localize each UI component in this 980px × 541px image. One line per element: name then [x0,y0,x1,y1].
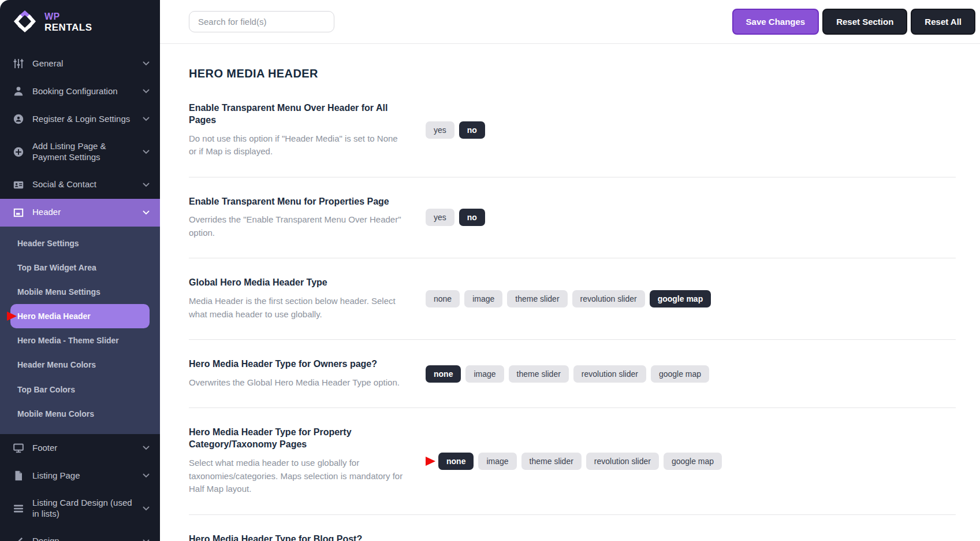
sidebar-item-listing-page[interactable]: Listing Page [0,462,160,490]
option-google-map[interactable]: google map [651,365,709,383]
setting-options: yesno [426,209,485,226]
reset-section-button[interactable]: Reset Section [822,9,907,35]
setting-description: Select what media header to use globally… [189,457,404,496]
chevron-down-icon [143,446,150,450]
option-none[interactable]: none [438,453,474,470]
topbar: Save Changes Reset Section Reset All [160,0,980,44]
sidebar-item-design[interactable]: Design [0,528,160,541]
sidebar-item-label: Add Listing Page & Payment Settings [32,141,135,163]
person-icon [13,86,24,97]
sidebar-item-general[interactable]: General [0,50,160,77]
submenu-item-top-bar-widget-area[interactable]: Top Bar Widget Area [0,255,160,280]
setting-description: Do not use this option if "Header Media"… [189,132,404,158]
setting-options: noneimagetheme sliderrevolution slidergo… [426,365,709,383]
sidebar-nav: GeneralBooking ConfigurationRegister & L… [0,50,160,541]
window-icon [13,207,24,218]
setting-row-global-hero-media-header-type: Global Hero Media Header TypeMedia Heade… [189,258,956,340]
option-no[interactable]: no [459,121,485,139]
submenu-item-label: Header Menu Colors [17,360,96,369]
submenu-item-mobile-menu-settings[interactable]: Mobile Menu Settings [0,280,160,304]
setting-row-hero-media-header-type-for-property-category-taxonomy-pages: Hero Media Header Type for Property Cate… [189,408,956,514]
brand-name: WP RENTALS [44,11,92,34]
setting-row-hero-media-header-type-for-owners-page: Hero Media Header Type for Owners page?O… [189,340,956,408]
users-circle-icon [13,113,24,125]
save-changes-button[interactable]: Save Changes [732,9,819,35]
setting-options: noneimagetheme sliderrevolution slidergo… [426,290,711,307]
sidebar-item-label: Booking Configuration [32,86,135,97]
option-revolution-slider[interactable]: revolution slider [573,365,646,383]
sidebar-item-header[interactable]: Header [0,199,160,227]
sidebar-item-label: Footer [32,443,135,454]
sidebar-item-social-contact[interactable]: Social & Contact [0,171,160,199]
cursor-arrow [7,312,17,321]
chevron-down-icon [143,210,150,215]
sidebar-item-label: Social & Contact [32,179,135,190]
sidebar-item-add-listing-page-payment-settings[interactable]: Add Listing Page & Payment Settings [0,133,160,171]
page-title: HERO MEDIA HEADER [189,67,954,80]
brand-logo: WP RENTALS [0,0,160,50]
option-revolution-slider[interactable]: revolution slider [572,290,645,307]
option-none[interactable]: none [426,365,461,383]
option-image[interactable]: image [465,365,504,383]
setting-description: Overrides the "Enable Transparent Menu O… [189,213,404,239]
setting-title: Enable Transparent Menu Over Header for … [189,102,404,127]
sidebar-item-booking-configuration[interactable]: Booking Configuration [0,77,160,105]
sidebar-item-label: Listing Card Design (used in lists) [32,498,135,520]
option-no[interactable]: no [459,209,485,226]
submenu-item-label: Header Settings [17,239,79,248]
plus-circle-icon [13,146,24,158]
option-google-map[interactable]: google map [650,290,711,307]
option-image[interactable]: image [478,453,516,470]
setting-text: Hero Media Header Type for Blog Post?Sel… [189,533,404,541]
option-revolution-slider[interactable]: revolution slider [586,453,659,470]
submenu-item-header-menu-colors[interactable]: Header Menu Colors [0,353,160,377]
setting-options: noneimagetheme sliderrevolution slidergo… [426,453,722,470]
submenu-item-hero-media-theme-slider[interactable]: Hero Media - Theme Slider [0,328,160,353]
option-theme-slider[interactable]: theme slider [521,453,582,470]
option-yes[interactable]: yes [426,121,454,139]
option-image[interactable]: image [464,290,502,307]
setting-text: Hero Media Header Type for Owners page?O… [189,358,404,389]
setting-description: Overwrites the Global Hero Media Header … [189,376,404,390]
sidebar-item-footer[interactable]: Footer [0,434,160,462]
chevron-down-icon [143,150,150,154]
option-yes[interactable]: yes [426,209,454,226]
submenu-item-header-settings[interactable]: Header Settings [0,231,160,255]
option-theme-slider[interactable]: theme slider [507,290,567,307]
reset-all-button[interactable]: Reset All [911,9,975,35]
search-input[interactable] [189,11,334,32]
submenu-item-label: Mobile Menu Colors [17,409,94,418]
chevron-down-icon [143,183,150,187]
pen-icon [13,536,24,541]
sidebar-item-register-login-settings[interactable]: Register & Login Settings [0,105,160,133]
brand-rentals: RENTALS [44,22,92,34]
submenu-item-mobile-menu-colors[interactable]: Mobile Menu Colors [0,402,160,426]
setting-row-enable-transparent-menu-over-header-for-all-pages: Enable Transparent Menu Over Header for … [189,84,956,177]
option-google-map[interactable]: google map [664,453,722,470]
option-theme-slider[interactable]: theme slider [509,365,569,383]
cursor-arrow [426,457,435,466]
app-window: WP RENTALS GeneralBooking ConfigurationR… [0,0,980,541]
monitor-icon [13,442,24,454]
settings-content: HERO MEDIA HEADER Enable Transparent Men… [160,44,980,541]
sidebar-item-label: Listing Page [32,470,135,481]
option-none[interactable]: none [426,290,460,307]
chevron-down-icon [143,539,150,541]
submenu-item-hero-media-header[interactable]: Hero Media Header [10,304,150,328]
submenu-item-label: Mobile Menu Settings [17,287,100,297]
setting-description: Media Header is the first section below … [189,295,404,321]
sidebar-item-label: General [32,58,135,69]
list-icon [13,503,24,514]
setting-title: Hero Media Header Type for Blog Post? [189,533,404,541]
submenu-item-label: Hero Media Header [17,312,91,321]
main-panel: Save Changes Reset Section Reset All HER… [160,0,980,541]
sidebar-item-listing-card-design-used-in-lists[interactable]: Listing Card Design (used in lists) [0,490,160,528]
setting-row-enable-transparent-menu-for-properties-page: Enable Transparent Menu for Properties P… [189,177,956,259]
page-icon [13,470,24,481]
chevron-down-icon [143,506,150,511]
submenu-item-label: Hero Media - Theme Slider [17,336,119,345]
submenu-item-top-bar-colors[interactable]: Top Bar Colors [0,377,160,402]
chevron-down-icon [143,473,150,478]
sidebar-item-label: Header [32,207,135,218]
setting-text: Enable Transparent Menu Over Header for … [189,102,404,158]
